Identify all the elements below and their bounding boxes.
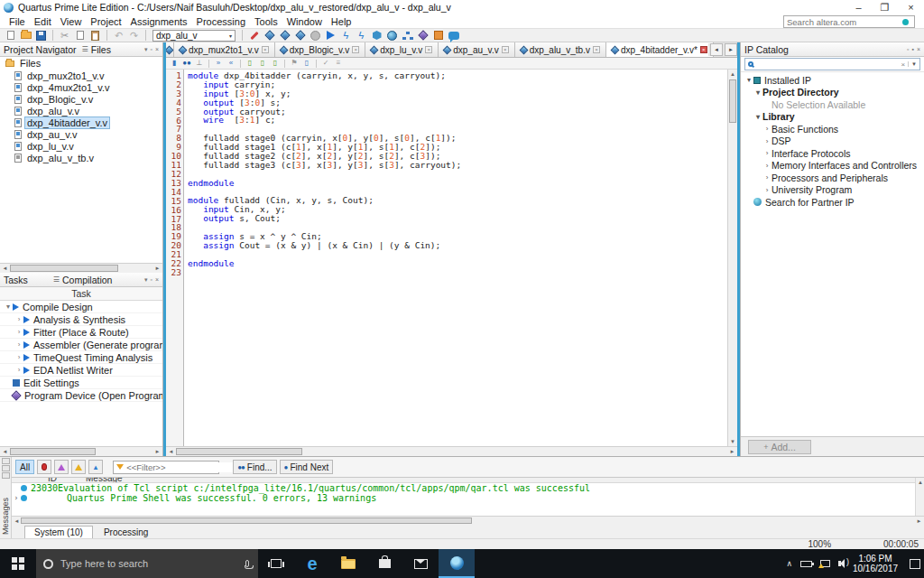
navigator-close-icon[interactable]: × — [155, 46, 159, 52]
search-options-icon[interactable]: ▼ — [908, 61, 917, 67]
file-item[interactable]: dxp_mux2to1_v.v — [0, 70, 162, 81]
tab-scroll-left-icon[interactable] — [710, 43, 723, 56]
task-item[interactable]: Edit Settings — [0, 377, 162, 389]
close-tab-icon[interactable]: × — [352, 46, 359, 53]
ip-tree-item[interactable]: ›University Program — [741, 184, 924, 197]
new-file-icon[interactable] — [4, 29, 17, 42]
editor-vscrollbar[interactable] — [727, 70, 737, 446]
ip-tree-item[interactable]: ›Basic Functions — [741, 123, 924, 135]
menu-processing[interactable]: Processing — [192, 16, 250, 27]
action-center-icon[interactable] — [910, 559, 920, 569]
editor-tab[interactable]: dxp_lu_v.v× — [365, 42, 439, 57]
cut-icon[interactable]: ✂ — [58, 29, 71, 42]
rapid-recompile-icon[interactable]: ϟ — [339, 29, 353, 42]
paste-line-icon[interactable]: ▯ — [257, 59, 268, 69]
minimize-button[interactable]: – — [845, 1, 872, 14]
expander-icon[interactable]: › — [14, 366, 23, 374]
navigator-dropdown-icon[interactable]: ▾ — [144, 46, 148, 53]
ip-float-icon[interactable]: ▪ — [911, 46, 913, 52]
fitter-icon[interactable] — [278, 29, 291, 42]
filter-info-button[interactable]: ▴ — [88, 460, 103, 474]
volume-icon[interactable] — [838, 561, 841, 566]
indent-icon[interactable]: » — [213, 59, 224, 69]
netlist-viewer-icon[interactable] — [385, 29, 399, 42]
assembler-icon[interactable] — [293, 29, 307, 42]
copy-line-icon[interactable]: ▯ — [245, 59, 255, 69]
scroll-right-icon[interactable] — [914, 517, 924, 526]
scroll-down-icon[interactable] — [728, 437, 737, 446]
scroll-left-icon[interactable] — [166, 447, 176, 456]
tasks-hscrollbar[interactable] — [0, 446, 162, 456]
scroll-up-icon[interactable] — [728, 70, 737, 79]
menu-icon[interactable]: ≡ — [333, 59, 344, 69]
edge-button[interactable]: e — [294, 549, 330, 578]
assignment-editor-icon[interactable] — [247, 29, 261, 42]
mail-button[interactable] — [402, 549, 439, 578]
ip-tree-item[interactable]: Search for Partner IP — [741, 196, 924, 209]
expander-icon[interactable]: ▾ — [744, 76, 753, 84]
messages-dock-icon[interactable] — [2, 458, 10, 464]
close-tab-icon[interactable]: × — [593, 46, 600, 53]
message-filter-input[interactable] — [126, 462, 245, 472]
expander-icon[interactable]: › — [12, 494, 21, 502]
microphone-icon[interactable] — [245, 560, 249, 567]
navigator-hscrollbar[interactable] — [0, 263, 162, 273]
menu-edit[interactable]: Edit — [30, 16, 56, 27]
navigator-pin-icon[interactable]: ▫ — [150, 46, 152, 52]
altera-search-box[interactable] — [783, 15, 915, 28]
ip-tree-item[interactable]: ›Interface Protocols — [741, 147, 924, 160]
project-select-dropdown[interactable]: dxp_alu_v▾ — [152, 30, 236, 42]
altera-search-input[interactable] — [784, 17, 900, 27]
start-compilation-icon[interactable] — [324, 29, 337, 42]
close-button[interactable]: × — [898, 1, 924, 14]
messages-tab-system-[interactable]: System (10) — [24, 526, 93, 538]
filter-critical-warnings-button[interactable] — [54, 460, 69, 474]
expander-icon[interactable]: › — [14, 340, 23, 349]
add-ip-button[interactable]: Add... — [748, 440, 811, 454]
task-item[interactable]: ▾Compile Design — [0, 301, 162, 313]
file-item[interactable]: dxp_Blogic_v.v — [0, 93, 162, 105]
clear-search-icon[interactable]: × — [901, 61, 905, 69]
start-button[interactable] — [0, 549, 36, 578]
filter-warnings-button[interactable] — [71, 460, 86, 474]
filter-all-button[interactable]: All — [15, 460, 34, 474]
ip-tree-item[interactable]: ▾Installed IP — [741, 74, 924, 87]
code-editor[interactable]: module dxp_4bitadder (carryin, x, y, s, … — [184, 70, 737, 446]
scroll-up-icon[interactable] — [916, 478, 924, 487]
expander-icon[interactable]: ▾ — [753, 113, 762, 121]
file-item[interactable]: dxp_au_v.v — [0, 128, 162, 140]
tasks-close-icon[interactable]: × — [155, 276, 159, 283]
editor-hscrollbar[interactable] — [166, 446, 737, 456]
editor-tab[interactable]: dxp_4bitadder_v.v*× — [606, 42, 714, 57]
expander-icon[interactable]: › — [762, 186, 772, 194]
editor-tab[interactable]: dxp_Blogic_v.v× — [275, 42, 366, 57]
ip-tree-item[interactable]: ▾Library — [741, 111, 924, 124]
task-item[interactable]: ›Assembler (Generate programming — [0, 339, 162, 351]
messages-hscrollbar[interactable] — [12, 516, 924, 525]
copy-icon[interactable] — [73, 29, 87, 42]
messages-list[interactable]: ID Message 23030Evaluation of Tcl script… — [12, 477, 924, 516]
task-view-button[interactable] — [258, 549, 294, 578]
expander-icon[interactable]: › — [762, 125, 772, 133]
scroll-right-icon[interactable] — [152, 447, 162, 456]
tasks-pin-icon[interactable]: ▫ — [150, 276, 152, 283]
store-button[interactable] — [366, 549, 402, 578]
open-file-icon[interactable] — [19, 29, 32, 42]
template-icon[interactable]: ▯ — [301, 59, 312, 69]
file-item[interactable]: dxp_4mux2to1_v.v — [0, 81, 162, 93]
editor-tab[interactable]: dxp_mux2to1_v.v× — [174, 42, 275, 57]
duplicate-line-icon[interactable]: ▯ — [270, 59, 281, 69]
task-item[interactable]: ›Analysis & Synthesis — [0, 313, 162, 326]
close-tab-icon[interactable]: × — [262, 46, 269, 53]
tasks-dropdown-icon[interactable]: ▾ — [144, 276, 148, 284]
file-explorer-button[interactable] — [330, 549, 366, 578]
editor-tab[interactable]: dxp_alu_v_tb.v× — [515, 42, 606, 57]
save-icon[interactable] — [34, 29, 48, 42]
close-tab-icon[interactable]: × — [425, 46, 432, 53]
ip-search-box[interactable]: × ▼ — [744, 58, 920, 70]
ip-tree-item[interactable]: ▾Project Directory — [741, 87, 924, 99]
tray-expand-icon[interactable]: ∧ — [786, 559, 792, 568]
tasks-flow-select[interactable]: Compilation — [53, 275, 113, 285]
messages-tab-processing[interactable]: Processing — [95, 526, 157, 538]
file-item[interactable]: dxp_4bitadder_v.v — [0, 117, 162, 128]
